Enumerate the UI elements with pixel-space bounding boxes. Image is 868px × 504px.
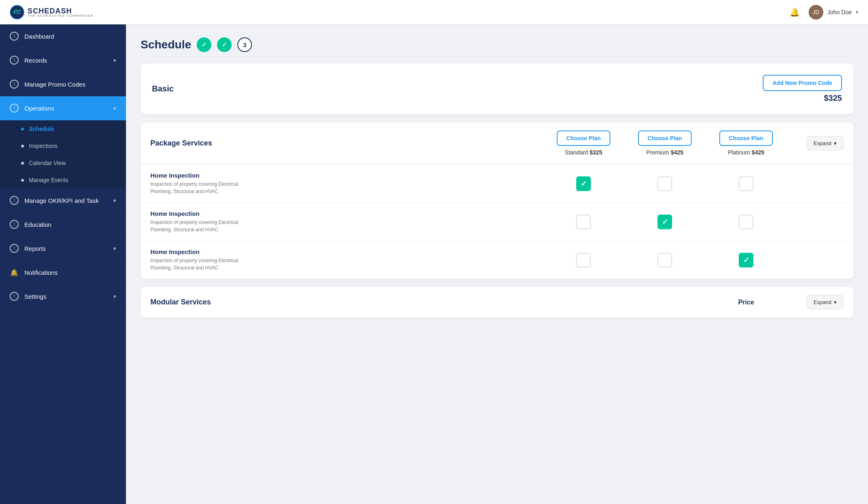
unchecked-box xyxy=(576,253,591,267)
platinum-plan-price: Platinum $425 xyxy=(728,149,764,156)
submenu-item-inspections[interactable]: Inspections xyxy=(0,137,126,154)
service-desc-3: Inspection of property covering Electric… xyxy=(150,257,543,272)
page-header: Schedule ✓ ✓ 3 xyxy=(141,37,853,52)
service-3-standard-check xyxy=(543,253,624,267)
sidebar-label-records: Records xyxy=(24,57,47,64)
service-1-premium-check xyxy=(624,176,705,191)
submenu-label-schedule: Schedule xyxy=(29,126,54,132)
modular-services-header: Modular Services Price Expand ▾ xyxy=(141,287,853,318)
sidebar-item-dashboard[interactable]: ! Dashboard xyxy=(0,24,126,48)
promo-card: Basic Add New Promo Code $325 xyxy=(141,63,853,114)
service-desc-1: Inspection of property covering Electric… xyxy=(150,180,543,195)
sidebar-item-promo[interactable]: ! Manage Promo Codes xyxy=(0,72,126,96)
notifications-icon: 🔔 xyxy=(10,268,19,277)
promo-icon: ! xyxy=(10,80,19,89)
service-2-premium-check: ✓ xyxy=(624,215,705,229)
records-chevron-icon: ▾ xyxy=(113,57,116,63)
package-services-header: Package Services Choose Plan Standard $3… xyxy=(141,122,853,164)
expand-label: Expand xyxy=(814,140,831,146)
user-menu[interactable]: JD John Doe ▾ xyxy=(809,5,858,20)
step-2-indicator: ✓ xyxy=(217,37,232,52)
sidebar-label-reports: Reports xyxy=(24,245,46,252)
add-promo-code-button[interactable]: Add New Promo Code xyxy=(763,75,842,91)
events-dot-icon xyxy=(21,179,24,182)
choose-plan-platinum-button[interactable]: Choose Plan xyxy=(719,130,773,146)
submenu-label-calendar: Calendar View xyxy=(29,160,66,166)
service-3-platinum-check: ✓ xyxy=(705,253,787,267)
unchecked-box xyxy=(739,215,753,229)
sidebar-label-education: Education xyxy=(24,221,52,228)
modular-expand-chevron-icon: ▾ xyxy=(834,299,837,305)
promo-section: Basic Add New Promo Code $325 xyxy=(152,75,842,103)
okr-icon: ! xyxy=(10,196,19,205)
service-name-1: Home Inspection xyxy=(150,172,543,179)
operations-submenu: Schedule Inspections Calendar View Manag… xyxy=(0,120,126,189)
calendar-dot-icon xyxy=(21,162,24,165)
promo-price: $325 xyxy=(824,93,842,103)
schedule-dot-icon xyxy=(21,128,24,130)
choose-plan-standard-button[interactable]: Choose Plan xyxy=(557,130,611,146)
settings-chevron-icon: ▾ xyxy=(113,293,116,300)
checked-icon: ✓ xyxy=(739,253,753,267)
okr-chevron-icon: ▾ xyxy=(113,198,116,204)
sidebar-label-operations: Operations xyxy=(24,105,54,112)
service-desc-2: Inspection of property covering Electric… xyxy=(150,219,543,233)
premium-plan-col: Choose Plan Premium $425 xyxy=(624,130,705,156)
sidebar-item-notifications[interactable]: 🔔 Notifications xyxy=(0,261,126,285)
sidebar: ! Dashboard ! Records ▾ ! Manage Promo C… xyxy=(0,24,126,504)
modular-services-expand-button[interactable]: Expand ▾ xyxy=(807,295,844,309)
modular-expand-label: Expand xyxy=(814,299,831,305)
sidebar-item-okr[interactable]: ! Manage OKR/KPI and Task ▾ xyxy=(0,189,126,213)
standard-plan-col: Choose Plan Standard $325 xyxy=(543,130,624,156)
submenu-label-inspections: Inspections xyxy=(29,143,58,149)
settings-icon: ! xyxy=(10,292,19,301)
package-services-expand-button[interactable]: Expand ▾ xyxy=(807,136,844,150)
sidebar-label-notifications: Notifications xyxy=(24,269,58,276)
content-area: Schedule ✓ ✓ 3 Basic Add New Promo Code … xyxy=(126,24,868,504)
submenu-label-events: Manage Events xyxy=(29,177,68,183)
avatar: JD xyxy=(809,5,823,20)
records-icon: ! xyxy=(10,56,19,65)
service-3-premium-check xyxy=(624,253,705,267)
basic-label: Basic xyxy=(152,84,174,93)
service-name-3: Home Inspection xyxy=(150,248,543,255)
svg-point-0 xyxy=(10,5,24,19)
sidebar-item-reports[interactable]: ! Reports ▾ xyxy=(0,237,126,261)
premium-plan-price: Premium $425 xyxy=(646,149,683,156)
unchecked-box xyxy=(739,176,753,191)
submenu-item-events[interactable]: Manage Events xyxy=(0,172,126,189)
logo-tagline: THE SCHEDULING COMMANDER xyxy=(28,14,93,17)
sidebar-label-settings: Settings xyxy=(24,293,46,300)
service-row: Home Inspection Inspection of property c… xyxy=(141,164,853,202)
checked-icon: ✓ xyxy=(576,176,591,191)
step-3-indicator: 3 xyxy=(237,37,252,52)
service-2-platinum-check xyxy=(705,215,787,229)
header-right: 🔔 JD John Doe ▾ xyxy=(787,5,858,20)
modular-services-card: Modular Services Price Expand ▾ xyxy=(141,287,853,318)
sidebar-label-promo: Manage Promo Codes xyxy=(24,81,85,88)
modular-services-title: Modular Services xyxy=(150,298,705,306)
sidebar-item-records[interactable]: ! Records ▾ xyxy=(0,48,126,72)
service-1-platinum-check xyxy=(705,176,787,191)
submenu-item-calendar[interactable]: Calendar View xyxy=(0,154,126,172)
sidebar-item-settings[interactable]: ! Settings ▾ xyxy=(0,285,126,308)
unchecked-box xyxy=(658,176,672,191)
logo-area: SCHEDASH THE SCHEDULING COMMANDER xyxy=(10,5,93,20)
operations-chevron-icon: ▾ xyxy=(113,105,116,111)
standard-plan-price: Standard $325 xyxy=(565,149,602,156)
education-icon: ! xyxy=(10,220,19,229)
page-title: Schedule xyxy=(141,38,191,51)
service-row: Home Inspection Inspection of property c… xyxy=(141,202,853,241)
package-services-card: Package Services Choose Plan Standard $3… xyxy=(141,122,853,279)
notification-bell-button[interactable]: 🔔 xyxy=(787,5,802,20)
main-layout: ! Dashboard ! Records ▾ ! Manage Promo C… xyxy=(0,24,868,504)
logo-icon xyxy=(10,5,24,20)
sidebar-item-operations[interactable]: ! Operations ▾ xyxy=(0,96,126,120)
checked-icon: ✓ xyxy=(658,215,672,229)
sidebar-item-education[interactable]: ! Education xyxy=(0,213,126,237)
choose-plan-premium-button[interactable]: Choose Plan xyxy=(638,130,692,146)
submenu-item-schedule[interactable]: Schedule xyxy=(0,120,126,137)
service-row: Home Inspection Inspection of property c… xyxy=(141,241,853,279)
service-2-standard-check xyxy=(543,215,624,229)
modular-price-label: Price xyxy=(705,299,787,306)
